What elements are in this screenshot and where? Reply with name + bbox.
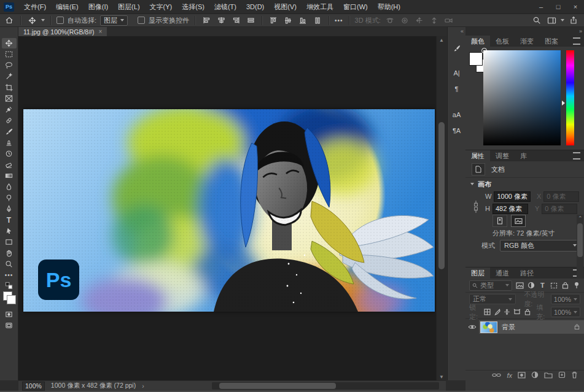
align-top-icon[interactable] xyxy=(268,15,279,26)
menu-help[interactable]: 帮助(H) xyxy=(373,0,405,13)
tab-adjustments[interactable]: 调整 xyxy=(490,150,515,161)
minimize-button[interactable]: – xyxy=(532,0,550,13)
collapse-panels-icon[interactable]: « xyxy=(461,28,463,34)
maximize-button[interactable]: □ xyxy=(550,0,567,13)
crop-tool[interactable] xyxy=(2,82,17,93)
share-icon[interactable] xyxy=(568,15,579,26)
path-selection-tool[interactable] xyxy=(2,226,17,236)
lock-transparent-pixels-icon[interactable] xyxy=(484,307,491,317)
tab-color[interactable]: 颜色 xyxy=(465,36,490,47)
align-center-horizontal-icon[interactable] xyxy=(216,15,227,26)
color-marker[interactable] xyxy=(481,48,487,53)
object-selection-tool[interactable] xyxy=(2,71,17,82)
layer-styles-icon[interactable]: fx xyxy=(507,372,512,379)
canvas-section-header[interactable]: 画布 xyxy=(465,177,584,190)
close-button[interactable]: × xyxy=(567,0,584,13)
delete-layer-icon[interactable] xyxy=(571,371,578,380)
menu-view[interactable]: 视图(V) xyxy=(269,0,302,13)
layer-name[interactable]: 背景 xyxy=(502,323,515,332)
brushes-panel-icon[interactable] xyxy=(448,40,465,56)
home-icon[interactable] xyxy=(4,15,15,26)
canvas-vertical-scrollbar[interactable]: ▲ ▼ xyxy=(436,36,446,380)
vertical-scroll-thumb[interactable] xyxy=(438,122,445,269)
filter-toggle-icon[interactable] xyxy=(573,281,580,290)
zoom-tool[interactable] xyxy=(2,259,17,269)
foreground-background-swatches[interactable] xyxy=(2,290,17,309)
distribute-vertical-icon[interactable] xyxy=(312,15,323,26)
tab-libraries[interactable]: 库 xyxy=(515,150,532,161)
new-adjustment-layer-icon[interactable] xyxy=(531,371,539,380)
menu-3d[interactable]: 3D(D) xyxy=(241,0,269,13)
tab-channels[interactable]: 通道 xyxy=(490,267,515,279)
auto-select-dropdown[interactable]: 图层 xyxy=(100,15,128,26)
workspace-switcher-icon[interactable] xyxy=(546,15,557,26)
layer-visibility-eye-icon[interactable] xyxy=(465,324,479,330)
menu-edit[interactable]: 编辑(E) xyxy=(51,0,84,13)
show-transform-checkbox[interactable] xyxy=(138,17,145,24)
portrait-orientation-button[interactable] xyxy=(493,215,507,227)
edit-toolbar-icon[interactable]: ••• xyxy=(2,270,17,280)
align-center-vertical-icon[interactable] xyxy=(282,15,294,26)
distribute-horizontal-icon[interactable] xyxy=(245,15,256,26)
layer-thumbnail[interactable] xyxy=(480,321,497,333)
hand-tool[interactable] xyxy=(2,248,17,258)
spot-healing-brush-tool[interactable] xyxy=(2,115,17,126)
paragraph-panel-icon[interactable]: ¶ xyxy=(448,81,465,97)
blur-tool[interactable] xyxy=(2,182,17,192)
quick-mask-button[interactable] xyxy=(2,309,17,320)
history-brush-tool[interactable] xyxy=(2,148,17,159)
menu-filter[interactable]: 滤镜(T) xyxy=(209,0,241,13)
brush-tool[interactable] xyxy=(2,126,17,137)
menu-plugins[interactable]: 增效工具 xyxy=(302,0,338,13)
saturation-brightness-field[interactable] xyxy=(483,50,561,145)
new-layer-icon[interactable] xyxy=(558,371,566,380)
workspace-chevron-icon[interactable] xyxy=(561,19,564,21)
tab-patterns[interactable]: 图案 xyxy=(539,36,564,47)
horizontal-scroll-thumb[interactable] xyxy=(219,383,336,389)
move-tool[interactable] xyxy=(2,38,17,48)
lock-all-icon[interactable] xyxy=(524,307,531,317)
rectangular-marquee-tool[interactable] xyxy=(2,49,17,60)
clone-stamp-tool[interactable] xyxy=(2,137,17,148)
eraser-tool[interactable] xyxy=(2,159,17,170)
tab-swatches[interactable]: 色板 xyxy=(490,36,515,47)
link-layers-icon[interactable] xyxy=(492,372,501,379)
filter-adjustment-layers-icon[interactable] xyxy=(528,281,535,290)
opacity-dropdown[interactable]: 100% xyxy=(551,294,580,304)
status-menu-arrow-icon[interactable]: › xyxy=(142,382,144,390)
rectangle-tool[interactable] xyxy=(2,237,17,247)
filter-shape-layers-icon[interactable] xyxy=(550,281,558,290)
filter-type-dropdown[interactable]: 类型 xyxy=(469,280,512,291)
frame-tool[interactable] xyxy=(2,93,17,104)
expand-panels-icon[interactable]: » xyxy=(579,28,582,34)
lock-artboard-icon[interactable] xyxy=(513,307,521,317)
height-field[interactable]: 482 像素 xyxy=(493,204,528,214)
background-color-swatch[interactable] xyxy=(7,295,16,304)
scroll-down-icon[interactable]: ▼ xyxy=(437,373,446,380)
character-styles-panel-icon[interactable]: aA xyxy=(448,107,465,123)
lock-image-pixels-icon[interactable] xyxy=(494,307,500,317)
pen-tool[interactable] xyxy=(2,204,17,214)
tab-layers[interactable]: 图层 xyxy=(465,267,490,279)
menu-image[interactable]: 图像(I) xyxy=(84,0,113,13)
scroll-up-icon[interactable]: ⌃ xyxy=(578,215,583,221)
properties-scroll-thumb[interactable] xyxy=(577,223,583,257)
panel-menu-icon[interactable] xyxy=(573,37,580,45)
scroll-up-icon[interactable]: ▲ xyxy=(437,36,446,44)
paragraph-styles-panel-icon[interactable]: ¶A xyxy=(448,123,465,139)
tab-gradients[interactable]: 渐变 xyxy=(515,36,539,47)
eyedropper-tool[interactable] xyxy=(2,104,17,115)
align-left-icon[interactable] xyxy=(201,15,212,26)
document-tab[interactable]: 11.jpg @ 100%(RGB/8#) × xyxy=(18,27,107,36)
tab-close-icon[interactable]: × xyxy=(99,28,103,35)
type-tool[interactable]: T xyxy=(2,215,17,225)
character-panel-icon[interactable]: A| xyxy=(448,65,465,81)
color-mode-dropdown[interactable]: RGB 颜色 xyxy=(500,240,581,252)
filter-pixel-layers-icon[interactable] xyxy=(516,281,524,290)
dodge-tool[interactable] xyxy=(2,193,17,203)
zoom-level-field[interactable]: 100% xyxy=(22,382,45,391)
move-tool-preset-icon[interactable] xyxy=(26,15,37,26)
new-group-icon[interactable] xyxy=(544,372,553,380)
tab-paths[interactable]: 路径 xyxy=(515,267,539,279)
tab-properties[interactable]: 属性 xyxy=(465,150,490,161)
